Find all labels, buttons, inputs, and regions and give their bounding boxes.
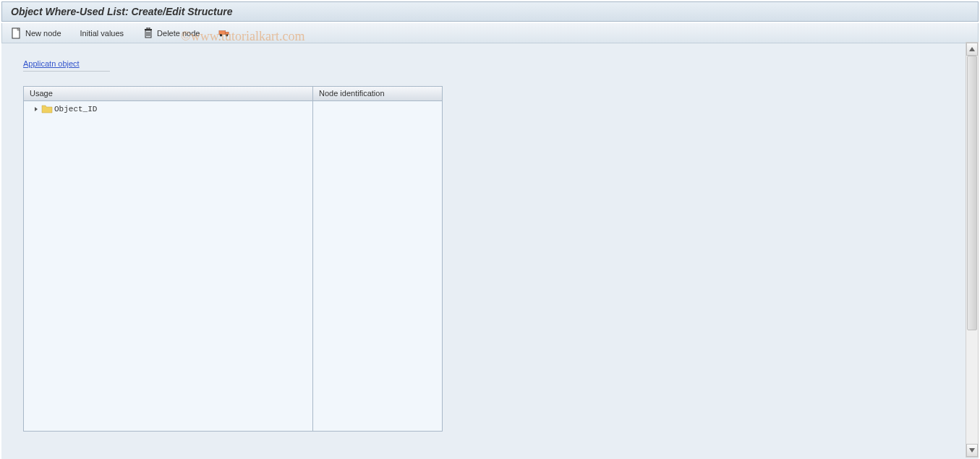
scroll-thumb[interactable] bbox=[967, 56, 977, 330]
new-node-label: New node bbox=[25, 29, 61, 38]
truck-button[interactable] bbox=[216, 26, 233, 40]
node-id-column: Node identification bbox=[313, 87, 442, 431]
expand-arrow-icon[interactable] bbox=[33, 106, 40, 113]
tree-row-node-id bbox=[313, 103, 442, 104]
trash-icon bbox=[142, 27, 154, 39]
svg-rect-6 bbox=[147, 27, 150, 29]
folder-icon bbox=[41, 103, 53, 115]
delete-node-label: Delete node bbox=[157, 29, 200, 38]
usage-column: Usage Object_ID bbox=[24, 87, 313, 431]
delete-node-button[interactable]: Delete node bbox=[140, 26, 203, 40]
node-id-column-header[interactable]: Node identification bbox=[313, 87, 442, 101]
usage-column-body: Object_ID bbox=[24, 101, 312, 431]
title-bar: Object Where-Used List: Create/Edit Stru… bbox=[1, 1, 979, 22]
usage-column-header[interactable]: Usage bbox=[24, 87, 312, 101]
scroll-down-button[interactable] bbox=[966, 444, 978, 457]
toolbar: New node Initial values Delete node bbox=[1, 23, 979, 43]
svg-point-10 bbox=[226, 33, 229, 36]
document-icon bbox=[11, 27, 22, 39]
vertical-scrollbar[interactable] bbox=[966, 42, 979, 458]
scroll-up-button[interactable] bbox=[966, 43, 978, 56]
node-id-column-body bbox=[313, 101, 442, 431]
new-node-button[interactable]: New node bbox=[8, 26, 64, 40]
truck-icon bbox=[218, 27, 230, 39]
content-area: Applicatn object Usage Objec bbox=[1, 43, 979, 459]
svg-point-9 bbox=[220, 33, 223, 36]
tree-row[interactable]: Object_ID bbox=[24, 103, 312, 116]
svg-rect-7 bbox=[219, 30, 226, 34]
tree-table: Usage Object_ID bbox=[23, 86, 443, 432]
initial-values-button[interactable]: Initial values bbox=[77, 27, 127, 39]
tree-row-label: Object_ID bbox=[54, 105, 97, 113]
page-title: Object Where-Used List: Create/Edit Stru… bbox=[11, 6, 233, 17]
applicatn-object-link[interactable]: Applicatn object bbox=[23, 58, 110, 72]
initial-values-label: Initial values bbox=[80, 29, 124, 38]
